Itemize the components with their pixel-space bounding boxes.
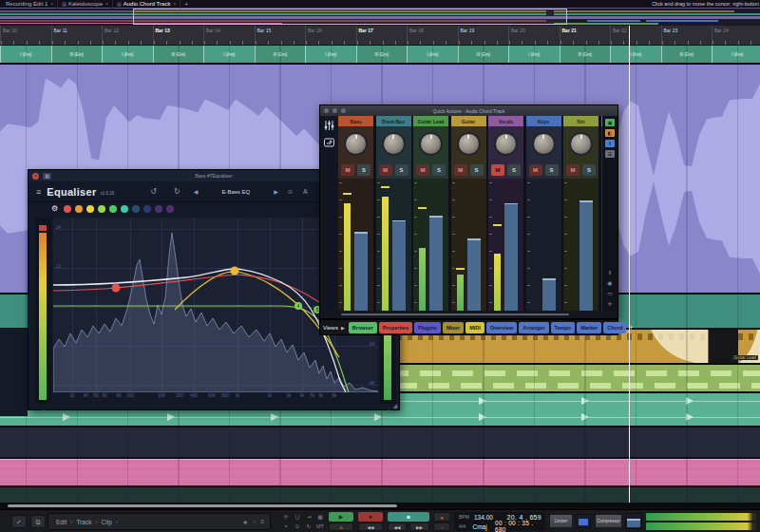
solo-button[interactable]: S [582,164,596,176]
preset-prev-icon[interactable]: ◀ [194,188,199,195]
loop-icon[interactable]: ⟳ [280,512,292,522]
eq-band-button[interactable] [121,205,128,213]
master-plugin-control[interactable] [576,514,591,528]
arranger-marker-icon[interactable] [581,413,589,421]
pan-knob[interactable] [532,132,556,156]
mixer-tool-icon[interactable]: ‖ [609,270,611,276]
eq-band-button[interactable] [109,205,117,213]
eq-band-button[interactable] [166,205,174,213]
mixer-tool-icon[interactable]: ✛ [607,300,612,307]
channel-name[interactable]: Guitar Lead [413,116,448,126]
arranger-marker-icon[interactable] [271,413,278,421]
chord-segment[interactable]: III (Em) [458,46,509,63]
redo-icon[interactable]: ↻ [174,187,180,196]
view-button[interactable]: Tempo [551,322,576,333]
fader-area[interactable] [488,179,523,311]
volume-fader[interactable] [542,278,556,311]
channel-name[interactable]: Guitar [451,116,486,126]
chord-segment[interactable]: I (Am) [508,46,560,63]
minimap-viewport[interactable] [133,9,567,25]
tab-close-icon[interactable]: × [105,1,108,7]
arrangement-minimap[interactable] [0,9,760,26]
pink-track[interactable] [0,457,760,485]
view-button[interactable]: Arranger [519,322,548,333]
chord-segment[interactable]: III (Em) [255,46,306,63]
midi-monitor-label[interactable]: MT [314,522,326,531]
view-button[interactable]: Mixer [443,322,464,333]
chord-track[interactable]: I (Am)III (Em)I (Am)III (Em)I (Am)III (E… [0,46,760,65]
mute-button[interactable]: M [379,164,392,176]
mixer-scrollbar[interactable] [341,314,569,315]
chord-segment[interactable]: III (Em) [153,46,204,63]
key-signature[interactable]: Cmaj [472,523,495,530]
view-button[interactable]: Plugins [414,322,441,333]
edit-tab[interactable]: ▤Audio Chord Track× [113,0,180,9]
mute-button[interactable]: M [341,164,354,176]
pan-knob[interactable] [344,132,368,156]
fader-area[interactable] [376,179,411,311]
abort-button[interactable]: ● [358,512,383,522]
pan-knob[interactable] [569,132,593,156]
solo-button[interactable]: S [507,164,521,176]
tempo-time-panel[interactable]: BPM 134.00 20. 4 . 659 4/4 Cmaj 00 : 00 … [454,512,545,531]
arranger-marker-icon[interactable] [686,413,694,421]
skip-back-button[interactable]: ◀◀ [388,522,407,531]
chord-segment[interactable]: III (Em) [356,46,408,63]
scrollbar-thumb[interactable] [8,504,397,507]
chord-segment[interactable]: I (Am) [0,46,51,63]
horizontal-scrollbar[interactable] [0,503,760,509]
fast-forward-button[interactable]: ▶▶ [409,522,429,531]
gear-icon[interactable]: ⚙ [51,204,58,213]
channel-name[interactable]: Drum Bus [376,116,411,126]
pan-knob[interactable] [419,132,443,156]
mute-button[interactable]: M [529,164,542,176]
breadcrumb-item[interactable]: Clip [102,519,122,525]
playhead-cursor[interactable] [629,26,630,503]
undo-icon[interactable]: ↻ [303,522,314,531]
snap-icon[interactable]: ⋃ [292,512,303,522]
fader-area[interactable] [526,179,561,311]
add-view-button[interactable]: + [628,323,635,332]
chord-segment[interactable]: I (Am) [610,46,661,63]
solo-button[interactable]: S [470,164,484,176]
empty-track[interactable] [0,426,760,457]
eq-band-button[interactable] [132,205,140,213]
warning-icon[interactable]: ⚠ [329,522,353,531]
view-button[interactable]: MIDI [466,322,484,333]
mute-button[interactable]: M [416,164,429,176]
arranger-marker-icon[interactable] [167,413,175,421]
chord-segment[interactable]: I (Am) [102,46,153,63]
arranger-marker-icon[interactable] [479,397,486,405]
eq-band-button[interactable] [86,205,94,213]
chord-segment[interactable]: III (Em) [51,46,103,63]
eq-band-button[interactable] [143,205,151,213]
time-position[interactable]: 00 : 00 : 35 . 680 [495,520,542,532]
time-signature[interactable]: 4/4 [459,523,472,529]
chord-segment[interactable]: I (Am) [203,46,255,63]
eq-point-red[interactable] [112,284,121,293]
arranger-marker-icon[interactable] [63,413,70,421]
follow-icon[interactable]: ⇥ [303,512,314,522]
mute-button[interactable]: M [491,164,504,176]
channel-name[interactable]: Bass [338,116,373,126]
eq-band-button[interactable] [98,205,105,213]
breadcrumb-item[interactable]: Track [76,519,101,525]
chord-segment[interactable]: I (Am) [712,46,760,63]
volume-fader[interactable] [504,203,518,311]
resize-grip-icon[interactable]: ◢ [392,402,397,408]
channel-name[interactable]: Stri [563,116,598,126]
mute-button[interactable]: M [454,164,467,176]
view-button[interactable]: Overview [486,322,517,333]
panel-icon[interactable]: ★ [242,519,247,525]
channel-name[interactable]: Keys [526,116,561,126]
rewind-button[interactable]: ◀◀ [358,522,383,531]
record-button[interactable]: ● [433,512,450,522]
export-button[interactable]: ⧉ [30,515,46,528]
view-button[interactable]: Marker [577,322,601,333]
view-button[interactable]: Browser [349,322,377,333]
tab-close-icon[interactable]: × [173,1,176,7]
master-volume-fader[interactable] [625,513,642,529]
eq-point-yellow[interactable] [231,267,239,276]
arranger-marker-icon[interactable] [479,413,486,421]
dark-teal-track[interactable] [0,485,760,503]
